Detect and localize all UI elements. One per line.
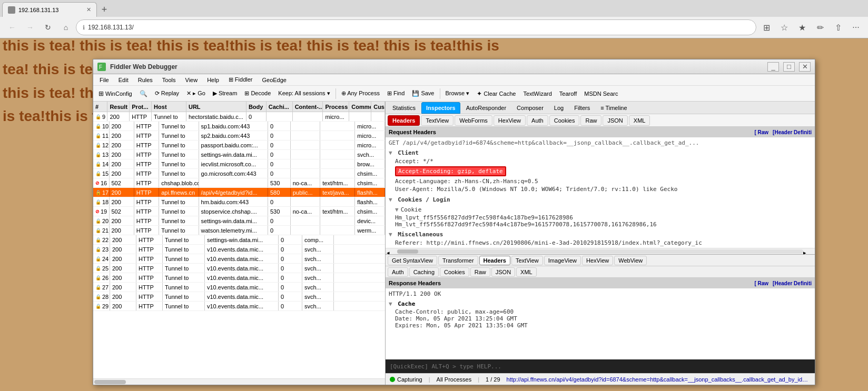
any-process-button[interactable]: ⊕ Any Process bbox=[338, 87, 383, 100]
new-tab-button[interactable]: + bbox=[97, 2, 112, 17]
session-row[interactable]: 🔒29 200 HTTP Tunnel to v10.events.data.m… bbox=[93, 302, 385, 311]
session-row[interactable]: 🔒10 200 HTTP Tunnel to sp1.baidu.com:443… bbox=[93, 122, 385, 131]
col-header-result[interactable]: Result bbox=[107, 102, 130, 112]
raw-link[interactable]: [ Raw bbox=[754, 129, 768, 135]
session-row[interactable]: 🔒27 200 HTTP Tunnel to v10.events.data.m… bbox=[93, 283, 385, 292]
tab-inspectors[interactable]: Inspectors bbox=[421, 102, 460, 114]
col-header-protocol[interactable]: Prot... bbox=[130, 102, 152, 112]
bottom-tab-syntaxview[interactable]: Get SyntaxView bbox=[388, 256, 437, 265]
response-header-def-link[interactable]: [Header Definiti bbox=[773, 280, 812, 286]
menu-file[interactable]: File bbox=[95, 76, 113, 84]
session-row-selected[interactable]: 🔒17 200 HTTP api.ffnews.cn /api/v4/getad… bbox=[93, 188, 385, 197]
settings-button[interactable]: ··· bbox=[848, 19, 864, 35]
header-definition-link[interactable]: [Header Definiti bbox=[773, 129, 812, 135]
misc-expand-icon[interactable]: ▼ bbox=[389, 231, 392, 238]
session-row[interactable]: 🔒11 200 HTTP Tunnel to sp2.baidu.com:443… bbox=[93, 131, 385, 141]
session-row[interactable]: 🔒22 200 HTTP Tunnel to settings-win.data… bbox=[93, 235, 385, 245]
subtab-hexview[interactable]: HexView bbox=[494, 115, 526, 126]
winconfig-button[interactable]: ⊞ WinConfig bbox=[95, 87, 135, 100]
maximize-button[interactable]: □ bbox=[783, 62, 795, 72]
subtab-webforms[interactable]: WebForms bbox=[455, 115, 492, 126]
menu-geoedge[interactable]: GeoEdge bbox=[258, 76, 290, 84]
response-raw-link[interactable]: [ Raw bbox=[754, 280, 768, 286]
headers-hscrollbar[interactable]: ◂ ▸ bbox=[386, 248, 815, 254]
save-button[interactable]: 💾 Save bbox=[409, 87, 437, 100]
forward-button[interactable]: → bbox=[22, 19, 38, 35]
msdn-search-button[interactable]: MSDN Searc bbox=[581, 87, 621, 100]
find-button[interactable]: ⊞ Find bbox=[384, 87, 408, 100]
subtab-headers[interactable]: Headers bbox=[388, 115, 420, 126]
session-hscrollbar[interactable] bbox=[93, 378, 385, 385]
subtab-xml[interactable]: XML bbox=[629, 115, 650, 126]
cookie-expand-icon[interactable]: ▼ bbox=[395, 206, 399, 213]
hscroll-thumb[interactable] bbox=[397, 249, 418, 254]
cookies-expand-icon[interactable]: ▼ bbox=[389, 196, 392, 203]
session-row[interactable]: 🔒28 200 HTTP Tunnel to v10.events.data.m… bbox=[93, 292, 385, 302]
reader-view-button[interactable]: ⊞ bbox=[758, 19, 774, 35]
tab-composer[interactable]: Composer bbox=[512, 102, 548, 114]
tearoff-button[interactable]: Tearoff bbox=[556, 87, 580, 100]
bottom-tab-auth[interactable]: Auth bbox=[388, 267, 408, 277]
col-header-content[interactable]: Content-... bbox=[293, 102, 323, 112]
decode-button[interactable]: ⊞ Decode bbox=[241, 87, 274, 100]
bottom-tab-raw[interactable]: Raw bbox=[470, 267, 490, 277]
scroll-left-btn[interactable]: ◂ bbox=[387, 249, 397, 254]
close-button[interactable]: ✕ bbox=[799, 62, 811, 72]
session-row[interactable]: 🔒14 200 HTTP Tunnel to iecvlist.microsof… bbox=[93, 159, 385, 169]
bottom-tab-transformer[interactable]: Transformer bbox=[438, 256, 478, 265]
keep-sessions-button[interactable]: Keep: All sessions ▾ bbox=[275, 87, 333, 100]
menu-rules[interactable]: Rules bbox=[134, 76, 157, 84]
session-row[interactable]: ⊘16 502 HTTP chshap.blob.core.wi... 530 … bbox=[93, 178, 385, 188]
col-header-url[interactable]: URL bbox=[186, 102, 246, 112]
bottom-tab-webview[interactable]: WebView bbox=[614, 256, 647, 265]
search-button[interactable]: 🔍 bbox=[136, 87, 151, 100]
cache-expand-icon[interactable]: ▼ bbox=[389, 300, 392, 307]
session-row[interactable]: 🔒15 200 HTTP Tunnel to go.microsoft.com:… bbox=[93, 169, 385, 178]
menu-fiddler-icon[interactable]: ⊞ Fiddler bbox=[224, 75, 257, 84]
session-row[interactable]: 🔒9 200 HTTP Tunnel to hectorstatic.baidu… bbox=[93, 112, 385, 122]
menu-edit[interactable]: Edit bbox=[114, 76, 133, 84]
session-row[interactable]: ⊘19 502 HTTP Tunnel to stopservice.chsha… bbox=[93, 207, 385, 216]
home-button[interactable]: ⌂ bbox=[58, 19, 74, 35]
col-header-host[interactable]: Host bbox=[152, 102, 186, 112]
session-row[interactable]: 🔒13 200 HTTP Tunnel to settings-win.data… bbox=[93, 150, 385, 159]
address-bar[interactable]: ℹ 192.168.131.13/ bbox=[76, 19, 756, 35]
col-header-custom[interactable]: Custo bbox=[371, 102, 385, 112]
refresh-button[interactable]: ↻ bbox=[40, 19, 56, 35]
session-row[interactable]: 🔒24 200 HTTP Tunnel to v10.events.data.m… bbox=[93, 254, 385, 264]
scroll-right-btn[interactable]: ▸ bbox=[803, 249, 814, 254]
subtab-raw[interactable]: Raw bbox=[580, 115, 601, 126]
quickexec-input[interactable] bbox=[390, 363, 811, 370]
menu-view[interactable]: View bbox=[181, 76, 202, 84]
text-wizard-button[interactable]: TextWizard bbox=[520, 87, 555, 100]
web-note-button[interactable]: ✏ bbox=[812, 19, 828, 35]
bottom-tab-xml[interactable]: XML bbox=[516, 267, 537, 277]
subtab-auth[interactable]: Auth bbox=[527, 115, 548, 126]
bottom-tab-json[interactable]: JSON bbox=[491, 267, 515, 277]
tab-close-button[interactable]: ✕ bbox=[86, 6, 91, 13]
tab-filters[interactable]: Filters bbox=[569, 102, 595, 114]
subtab-textview[interactable]: TextView bbox=[421, 115, 453, 126]
bottom-tab-textview[interactable]: TextView bbox=[511, 256, 543, 265]
tab-timeline[interactable]: ≡ Timeline bbox=[596, 102, 632, 114]
stream-button[interactable]: ▶ Stream bbox=[210, 87, 241, 100]
session-row[interactable]: 🔒21 200 HTTP Tunnel to watson.telemetry.… bbox=[93, 226, 385, 235]
menu-help[interactable]: Help bbox=[203, 76, 223, 84]
bottom-tab-headers[interactable]: Headers bbox=[479, 256, 510, 265]
menu-tools[interactable]: Tools bbox=[158, 76, 180, 84]
subtab-cookies[interactable]: Cookies bbox=[549, 115, 580, 126]
session-row[interactable]: 🔒12 200 HTTP Tunnel to passport.baidu.co… bbox=[93, 141, 385, 150]
tab-autoresponder[interactable]: AutoResponder bbox=[461, 102, 511, 114]
back-button[interactable]: ← bbox=[4, 19, 20, 35]
go-button[interactable]: ✕ ▸ Go bbox=[183, 87, 209, 100]
tab-statistics[interactable]: Statistics bbox=[388, 102, 420, 114]
tab-log[interactable]: Log bbox=[549, 102, 568, 114]
browse-button[interactable]: Browse ▾ bbox=[442, 87, 473, 100]
favorites-button[interactable]: ☆ bbox=[776, 19, 792, 35]
minimize-button[interactable]: _ bbox=[767, 62, 779, 72]
favorites-star[interactable]: ★ bbox=[794, 19, 810, 35]
session-row[interactable]: 🔒26 200 HTTP Tunnel to v10.events.data.m… bbox=[93, 273, 385, 283]
bottom-tab-cookies[interactable]: Cookies bbox=[440, 267, 469, 277]
col-header-comments[interactable]: Comments bbox=[349, 102, 371, 112]
session-row[interactable]: 🔒25 200 HTTP Tunnel to v10.events.data.m… bbox=[93, 264, 385, 273]
